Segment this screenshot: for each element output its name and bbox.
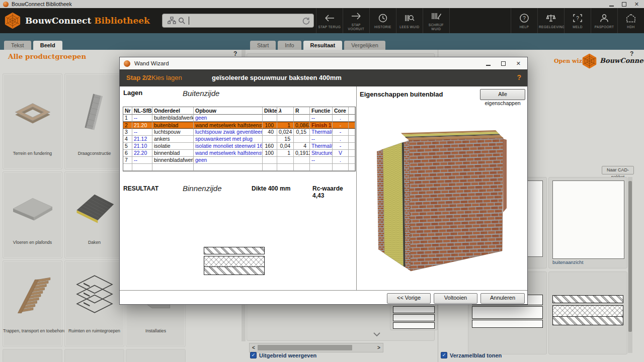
productgroup-tile-ruimten-en-ruimtegroepen[interactable]: Ruimten en ruimtegroepen (64, 260, 124, 347)
tab-beeld[interactable]: Beeld (33, 41, 62, 50)
layer-cell[interactable]: 0,0862 (294, 122, 310, 129)
layer-cell[interactable] (349, 122, 355, 129)
scrollbar-thumb[interactable] (628, 181, 632, 332)
toolbar-paspoort-button[interactable]: PASPOORT (591, 8, 617, 33)
cancel-button[interactable]: Annuleren (480, 293, 525, 304)
layer-cell[interactable]: luchtspouw zwak geventileerd 40mm (194, 129, 263, 136)
layer-cell[interactable]: . (333, 115, 349, 122)
tab-vergelijken[interactable]: Vergelijken (344, 41, 385, 50)
layer-cell[interactable]: V (333, 150, 349, 157)
layer-cell[interactable]: 5 (123, 143, 132, 150)
layer-cell[interactable] (294, 136, 310, 143)
thumbnail-card[interactable]: buitenaanzicht (548, 177, 627, 268)
tile-partial[interactable] (126, 349, 186, 362)
layer-cell[interactable]: buitenbladafwerking (152, 115, 194, 122)
layer-cell[interactable]: 0,04 (277, 143, 294, 150)
toolbar-hdh-button[interactable]: HDH (617, 8, 644, 33)
layer-cell[interactable]: 6 (123, 150, 132, 157)
toolbar-regelgeving-button[interactable]: REGELGEVING (537, 8, 564, 33)
layer-cell[interactable]: isolatie monoliet steenwol 160mm (194, 143, 263, 150)
layer-cell[interactable]: Thermal/Ai (310, 143, 333, 150)
layer-row[interactable]: 221.20buitenbladwand metselwerk halfstee… (123, 122, 355, 129)
layer-cell[interactable]: 0,024 (277, 129, 294, 136)
layer-cell[interactable] (349, 136, 355, 143)
scroll-right-icon[interactable]: > (375, 345, 383, 350)
layer-cell[interactable] (349, 129, 355, 136)
layer-row[interactable]: 622.20binnenbladwand metselwerk halfstee… (123, 150, 355, 157)
layer-cell[interactable]: -- (310, 136, 333, 143)
layer-cell[interactable]: - (333, 129, 349, 136)
window-restore-icon[interactable] (622, 2, 626, 7)
checkbox-checked-icon[interactable]: ✓ (250, 352, 257, 358)
layer-cell[interactable]: geen (194, 115, 263, 122)
layer-cell[interactable]: isolatie (152, 143, 194, 150)
productgroup-tile-vloeren-en-plafonds[interactable]: Vloeren en plafonds (3, 171, 62, 258)
to-cad-button[interactable]: Naar CAD-pakket (602, 166, 634, 174)
layer-cell[interactable]: Finish 1 (310, 122, 333, 129)
refresh-icon[interactable] (302, 17, 310, 25)
layer-cell[interactable]: binnenblad (152, 150, 194, 157)
layer-cell[interactable]: 4 (123, 136, 132, 143)
layer-cell[interactable] (349, 143, 355, 150)
wizard-help-link[interactable]: ? (517, 73, 521, 81)
tab-resultaat[interactable]: Resultaat (303, 41, 343, 50)
checkbox-checked-icon[interactable]: ✓ (441, 352, 447, 358)
layer-cell[interactable] (263, 136, 277, 143)
toolbar-schrijf-wuid-button[interactable]: SCHRIJF WUID (423, 8, 450, 33)
layer-cell[interactable]: Thermal/Ai (310, 129, 333, 136)
layer-cell[interactable]: 7 (123, 157, 132, 164)
layer-cell[interactable] (294, 157, 310, 164)
layer-row[interactable]: 521.10isolatieisolatie monoliet steenwol… (123, 143, 355, 150)
layer-cell[interactable]: 100 (263, 122, 277, 129)
dialog-titlebar[interactable]: Wand Wizard ✕ (120, 57, 527, 70)
productgroup-tile-terrein-en-fundering[interactable]: Terrein en fundering (3, 73, 62, 169)
extended-view-checkbox[interactable]: ✓ Uitgebreid weergeven (250, 352, 316, 358)
layer-cell[interactable]: 21.10 (132, 143, 152, 150)
layer-cell[interactable]: 100 (263, 150, 277, 157)
dialog-maximize-icon[interactable] (501, 61, 506, 66)
finish-button[interactable]: Voltooien (434, 293, 477, 304)
layer-cell[interactable]: 4 (294, 143, 310, 150)
scrollbar-thumb[interactable] (258, 345, 352, 350)
horizontal-scrollbar[interactable]: < > (249, 343, 383, 352)
layer-cell[interactable] (277, 115, 294, 122)
scroll-left-icon[interactable]: < (250, 345, 258, 350)
tile-partial[interactable] (64, 349, 124, 362)
layer-row[interactable]: 7--binnenbladafwerkinggeen--. (123, 157, 355, 164)
layer-cell[interactable]: 1 (123, 115, 132, 122)
previous-button[interactable]: << Vorige (387, 293, 431, 304)
layer-cell[interactable]: -- (132, 115, 152, 122)
productgroup-tile-daken[interactable]: Daken (64, 171, 124, 258)
dialog-close-icon[interactable]: ✕ (516, 61, 521, 66)
layer-cell[interactable]: buitenblad (152, 122, 194, 129)
layer-cell[interactable] (349, 115, 355, 122)
toolbar-historie-button[interactable]: HISTORIE (369, 8, 396, 33)
layer-cell[interactable]: 21.20 (132, 122, 152, 129)
layer-cell[interactable]: wand metselwerk halfsteensverband (194, 150, 263, 157)
layer-cell[interactable]: - (333, 122, 349, 129)
layer-cell[interactable]: 21.12 (132, 136, 152, 143)
chevron-down-icon[interactable] (373, 332, 381, 337)
collect-sheet-checkbox[interactable]: ✓ Verzamelblad tonen (441, 352, 502, 358)
layer-cell[interactable]: wand metselwerk halfsteensverband (194, 122, 263, 129)
productgroup-tile-trappen-transport-en-toebehoren[interactable]: Trappen, transport en toebehoren (3, 260, 62, 347)
layer-cell[interactable] (277, 157, 294, 164)
layer-cell[interactable]: Structure (310, 150, 333, 157)
layer-cell[interactable]: 2 (123, 122, 132, 129)
search-input[interactable] (162, 14, 314, 28)
layer-row[interactable]: 3--luchtspouwluchtspouw zwak geventileer… (123, 129, 355, 136)
layer-cell[interactable]: ankers (152, 136, 194, 143)
layer-cell[interactable] (263, 115, 277, 122)
toolbar-lees-wuid-button[interactable]: LEES WUID (396, 8, 423, 33)
layer-cell[interactable] (263, 157, 277, 164)
toolbar-meld-button[interactable]: ?MELD (564, 8, 591, 33)
layer-cell[interactable]: luchtspouw (152, 129, 194, 136)
right-panel-help-link[interactable]: ? (630, 50, 633, 57)
layer-cell[interactable]: 160 (263, 143, 277, 150)
layer-cell[interactable]: 40 (263, 129, 277, 136)
layer-cell[interactable]: -- (310, 157, 333, 164)
thumbnail-card[interactable] (548, 272, 627, 354)
layer-cell[interactable]: 0,15 (294, 129, 310, 136)
layer-cell[interactable]: spouwankerset met plug (194, 136, 263, 143)
layer-cell[interactable]: 1 (277, 150, 294, 157)
